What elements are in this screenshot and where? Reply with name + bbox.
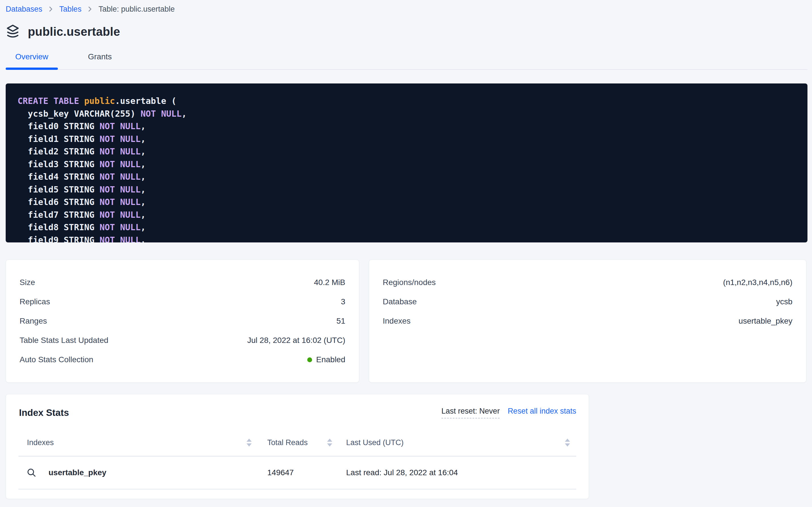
table-details-page: Databases Tables Table: public.usertable… [0,0,812,499]
sql-token: NOT NULL [100,235,141,243]
column-header-label: Total Reads [267,438,308,447]
sql-token: public [84,96,115,106]
last-reset-label[interactable]: Last reset: Never [441,407,500,418]
active-tab-underline [6,67,58,70]
sql-token: field5 STRING [17,184,100,194]
breadcrumb: Databases Tables Table: public.usertable [6,0,807,14]
total-reads-cell: 149647 [257,468,336,477]
stat-value: usertable_pkey [739,317,793,326]
sql-line: field2 STRING NOT NULL, [17,145,796,158]
sql-token: field3 STRING [17,159,100,169]
sql-line: CREATE TABLE public.usertable ( [17,95,796,108]
sql-token: , [182,109,187,119]
stat-value: 40.2 MiB [314,278,346,287]
last-used-cell: Last read: Jul 28, 2022 at 16:04 [336,468,576,477]
sql-token: NOT NULL [100,210,141,220]
column-header-last-used[interactable]: Last Used (UTC) [336,429,576,456]
sort-arrows-icon [247,439,252,447]
sql-line: ycsb_key VARCHAR(255) NOT NULL, [17,108,796,120]
stat-label: Replicas [19,297,50,306]
sql-token: , [140,159,145,169]
search-icon [26,467,37,478]
sql-token: , [140,210,145,220]
stat-label: Auto Stats Collection [19,355,93,364]
stack-icon [6,24,20,40]
sql-line: field6 STRING NOT NULL, [17,196,796,209]
sql-token: , [140,121,145,131]
index-table-footer-spacer [18,490,576,499]
sql-token: field9 STRING [17,235,100,243]
stat-row-size: Size 40.2 MiB [19,273,345,292]
enabled-status-dot-icon [307,357,312,362]
stat-label: Database [383,297,417,306]
sql-token: field2 STRING [17,147,100,156]
stat-row-indexes: Indexes usertable_pkey [383,312,793,331]
sql-token: , [140,134,145,144]
index-stats-controls: Last reset: Never Reset all index stats [441,407,576,418]
sql-line: field9 STRING NOT NULL, [17,234,796,243]
sql-line: field0 STRING NOT NULL, [17,120,796,133]
sql-token: NOT NULL [140,109,182,119]
reset-all-index-stats-link[interactable]: Reset all index stats [508,407,576,415]
index-table-header: Indexes Total Reads Last Used (UTC) [18,429,576,456]
stat-label: Ranges [19,317,47,326]
sql-token: field7 STRING [17,210,100,220]
enabled-status-text: Enabled [316,355,345,364]
column-header-label: Last Used (UTC) [346,438,404,447]
page-title: public.usertable [28,25,120,39]
stat-row-regions: Regions/nodes (n1,n2,n3,n4,n5,n6) [383,273,793,292]
stat-label: Regions/nodes [383,278,436,287]
index-name-cell: usertable_pkey [18,467,257,478]
column-header-label: Indexes [27,438,54,447]
tab-grants[interactable]: Grants [74,52,126,69]
stat-value: 3 [341,297,345,306]
breadcrumb-databases[interactable]: Databases [6,5,42,14]
sql-token: , [140,222,145,232]
index-stats-title: Index Stats [18,407,69,418]
stat-row-stats-updated: Table Stats Last Updated Jul 28, 2022 at… [19,331,345,350]
sql-line: field7 STRING NOT NULL, [17,209,796,221]
table-location-card: Regions/nodes (n1,n2,n3,n4,n5,n6) Databa… [369,260,806,383]
sql-token: , [140,172,145,182]
chevron-right-icon [88,6,92,12]
sql-token: NOT NULL [100,222,141,232]
sql-line: field3 STRING NOT NULL, [17,158,796,171]
stat-label: Table Stats Last Updated [19,336,108,345]
breadcrumb-tables[interactable]: Tables [59,5,81,14]
sql-token: , [140,235,145,243]
stat-row-replicas: Replicas 3 [19,292,345,312]
sql-token: NOT NULL [100,121,141,131]
column-header-indexes[interactable]: Indexes [18,429,257,456]
stat-value: Enabled [307,355,345,364]
sql-token: NOT NULL [100,134,141,144]
index-name-link[interactable]: usertable_pkey [49,468,106,477]
stat-value: Jul 28, 2022 at 16:02 (UTC) [247,336,345,345]
tab-overview-label: Overview [15,52,49,61]
index-stats-card: Index Stats Last reset: Never Reset all … [6,394,589,499]
sort-arrows-icon [327,439,332,447]
detail-cards-row: Size 40.2 MiB Replicas 3 Ranges 51 Table… [6,260,807,383]
table-row[interactable]: usertable_pkey 149647 Last read: Jul 28,… [18,456,576,490]
sql-line: field4 STRING NOT NULL, [17,171,796,183]
stat-row-auto-stats: Auto Stats Collection Enabled [19,350,345,369]
stat-row-ranges: Ranges 51 [19,312,345,331]
sql-token: NOT NULL [100,184,141,194]
stat-label: Size [19,278,35,287]
sql-token: .usertable ( [115,96,177,106]
sql-token: field1 STRING [17,134,100,144]
sql-token: , [140,184,145,194]
index-stats-header: Index Stats Last reset: Never Reset all … [18,394,576,418]
sql-token: NOT NULL [100,159,141,169]
sql-token: field6 STRING [17,197,100,207]
sql-token: field8 STRING [17,222,100,232]
create-table-sql-box: CREATE TABLE public.usertable ( ycsb_key… [6,83,807,242]
tab-overview[interactable]: Overview [6,52,58,69]
sql-token: , [140,147,145,156]
sql-token: CREATE TABLE [17,96,84,106]
sort-arrows-icon [565,439,570,447]
table-details-card: Size 40.2 MiB Replicas 3 Ranges 51 Table… [6,260,359,383]
stat-label: Indexes [383,317,411,326]
sql-token: NOT NULL [100,147,141,156]
sql-token: ycsb_key VARCHAR(255) [17,109,140,119]
column-header-total-reads[interactable]: Total Reads [257,429,336,456]
